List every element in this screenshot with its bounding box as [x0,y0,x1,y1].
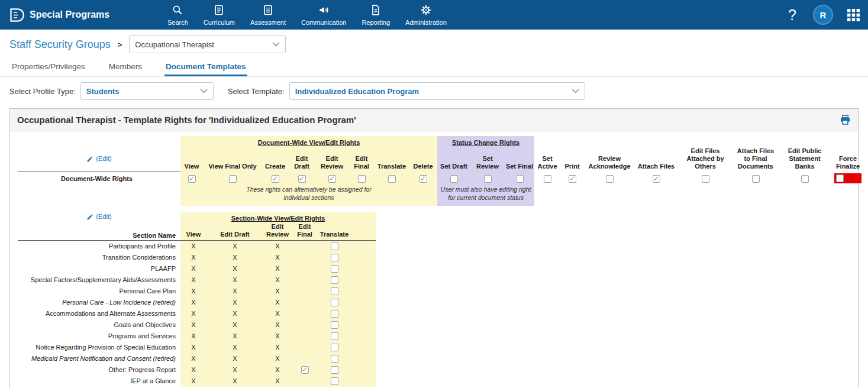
column-header-view: View [180,146,203,172]
tab-members[interactable]: Members [108,58,143,76]
section-cell-translate [318,376,351,387]
section-cell-view: X [180,319,206,331]
chevron-down-icon [272,42,280,47]
help-button[interactable]: ? [786,7,799,24]
status-change-group-header-text: Status Change Rights [452,139,519,146]
section-name: PLAAFP [18,263,180,274]
nav-item-curriculum[interactable]: Curriculum [196,4,243,26]
template-select[interactable]: Individualized Education Program [289,82,585,100]
section-cell-edit-draft: X [206,319,263,331]
checkbox-unchecked [606,175,614,183]
checkbox-unchecked [331,287,338,295]
administration-gear-icon [420,4,432,17]
section-cell-edit-final [292,319,318,331]
column-header-view-final-only: View Final Only [203,146,262,172]
section-column-header-edit-draft: Edit Draft [206,222,263,240]
checkbox-unchecked [331,355,338,363]
section-cell-translate [318,331,351,342]
checkbox-unchecked [801,175,809,183]
checkbox-unchecked [331,299,338,306]
tab-properties-privileges[interactable]: Properties/Privileges [11,58,86,76]
doc-wide-group-header: Document-Wide View/Edit Rights [180,136,437,146]
doc-wide-note-text: These rights can alternatively be assign… [235,186,383,202]
section-cell-view: X [180,241,206,252]
section-row: Personal Care - Low Incidence (retired)X… [18,297,376,308]
edit-document-rights-link[interactable]: (Edit) [96,155,111,162]
topbar-right: ? R [786,5,860,25]
section-cell-edit-review: X [263,319,292,331]
section-column-header-row: Section NameViewEdit DraftEdit ReviewEdi… [18,222,376,240]
section-rights-table: (Edit)Section-Wide View/Edit RightsSecti… [18,212,376,386]
section-cell-view: X [180,286,206,297]
section-cell-edit-review: X [263,342,292,353]
column-header-delete: Delete [409,146,437,172]
template-rights-panel: Occupational Therapist - Template Rights… [9,108,859,388]
nav-item-reporting[interactable]: Reporting [354,4,398,26]
apps-grid-icon[interactable] [847,9,860,21]
section-cell-translate [318,263,351,274]
right-cell-edit-draft: ✓ [288,172,315,185]
section-cell-edit-final [292,252,318,263]
section-cell-edit-final [292,376,318,387]
section-cell-edit-review: X [263,263,292,274]
checkbox-unchecked [331,366,338,374]
section-cell-edit-final [292,241,318,252]
section-cell-view: X [180,331,206,342]
section-name: Special Factors/Supplementary Aids/Asses… [18,274,180,286]
edit-section-rights-link[interactable]: (Edit) [96,213,111,220]
section-row: Goals and ObjectivesXXX [18,319,376,331]
doc-column-header-row: (Edit)ViewView Final OnlyCreateEdit Draf… [18,146,864,172]
checkbox-unchecked [702,175,709,183]
nav-item-communication[interactable]: Communication [293,4,354,26]
chevron-down-icon [200,89,208,93]
brand-title: Special Programs [30,9,109,20]
nav-item-label: Curriculum [204,19,235,26]
checkbox-checked: ✓ [298,175,306,183]
checkbox-checked: ✓ [188,175,196,183]
column-header-set-final: Set Final [505,146,534,172]
edit-document-rights-cell: (Edit) [18,146,180,172]
profile-type-select[interactable]: Students [80,82,214,100]
breadcrumb-title[interactable]: Staff Security Groups [9,38,111,51]
nav-item-assessment[interactable]: Assessment [243,4,293,26]
doc-wide-group-header-text: Document-Wide View/Edit Rights [258,139,360,146]
tab-document-templates[interactable]: Document Templates [164,58,247,76]
section-name: Goals and Objectives [18,319,180,331]
nav-item-search[interactable]: Search [160,4,196,26]
edit-section-rights-cell: (Edit) [18,212,180,222]
print-button[interactable] [840,114,851,125]
topbar: Special Programs SearchCurriculumAssessm… [0,0,868,30]
section-wide-group-header: Section-Wide View/Edit Rights [180,212,376,222]
checkbox-unchecked [484,175,492,183]
status-change-note: User must also have editing right for cu… [437,185,534,206]
pencil-icon [86,156,93,163]
section-cell-view: X [180,364,206,376]
column-header-set-review: Set Review [470,146,505,172]
section-cell-edit-draft: X [206,364,263,376]
right-cell-view: ✓ [180,172,203,185]
breadcrumb: Staff Security Groups > Occupational The… [0,30,868,58]
column-header-set-draft: Set Draft [437,146,470,172]
column-header-attach-files: Attach Files [635,146,677,172]
checkbox-unchecked [450,175,458,183]
column-header-force-finalize: Force Finalize [831,146,864,172]
checkbox-unchecked [836,174,844,182]
section-group-header-row: (Edit)Section-Wide View/Edit Rights [18,212,376,222]
powerschool-logo [8,7,24,23]
avatar[interactable]: R [813,5,833,25]
security-group-select[interactable]: Occupational Therapist [129,35,286,53]
section-row: Personal Care PlanXXX [18,286,376,297]
doc-group-header-row: Document-Wide View/Edit RightsStatus Cha… [18,136,864,146]
section-name: Participants and Profile [18,241,180,252]
section-name: Personal Care Plan [18,286,180,297]
column-header-translate: Translate [375,146,409,172]
column-header-print: Print [560,146,584,172]
section-cell-view: X [180,252,206,263]
status-change-note-text: User must also have editing right for cu… [440,186,532,202]
nav-item-administration[interactable]: Administration [398,4,454,26]
panel-header: Occupational Therapist - Template Rights… [10,109,858,131]
section-cell-edit-draft: X [206,353,263,364]
right-cell-review-acknowledge [584,172,635,185]
column-header-attach-files-to-final-documents: Attach Files to Final Documents [733,146,778,172]
checkbox-unchecked [331,344,338,351]
